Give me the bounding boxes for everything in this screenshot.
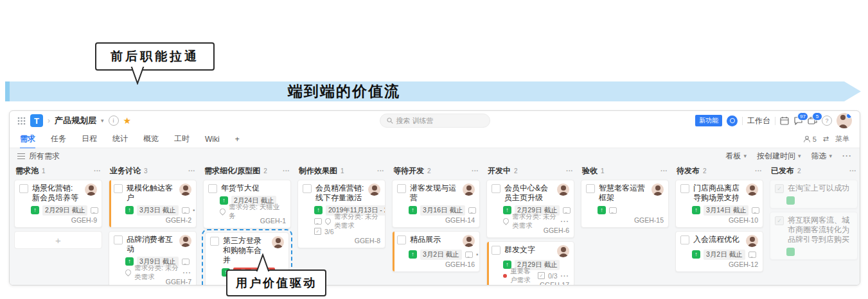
card-meta-row: ↑3月16日 截止 [409,205,475,215]
checkbox[interactable] [680,235,689,244]
tab-日程[interactable]: 日程 [82,133,97,144]
story-card[interactable]: 门店商品离店导购场景支持↑3月14日 截止GGEH-10 [675,180,763,228]
menu-button[interactable]: 菜单 [835,134,849,144]
checkbox[interactable] [397,184,406,193]
story-type-icon: ↑ [598,206,606,214]
filter-select[interactable]: 筛选 ▾ [811,151,832,162]
checkbox[interactable] [19,184,28,193]
member-count: 5 [813,135,817,143]
tag-dot-icon [503,274,507,278]
favorite-star-icon[interactable]: ★ [123,115,132,126]
search-input[interactable]: 搜索 训练营 [380,114,490,128]
column-more-button[interactable]: ··· [660,167,668,175]
checkbox[interactable] [586,184,595,193]
card-title-row: 潜客发现与运营 [397,184,475,203]
assistant-icon[interactable] [727,115,738,126]
card-title: 将互联网客流、城市商圈客流转化为品牌引导到店购买 [788,216,853,244]
view-select[interactable]: 看板 ▾ [725,151,747,162]
messages-button[interactable]: 97 [793,116,803,125]
card-meta-row: ↑2月29日 截止 [31,205,97,215]
column-more-button[interactable]: ··· [283,167,290,175]
comment-icon [91,207,98,214]
checkbox[interactable] [680,184,689,193]
story-card[interactable]: 场景化营销: 新会员培养等↑2月29日 截止GGEH-9 [14,180,102,228]
story-card[interactable]: 会员中心&会员主页升级↑2月29日 截止需求分类: 未分类需求···GGEH-6 [486,180,574,238]
teambition-logo[interactable]: T [30,114,43,127]
card-more-button[interactable]: ··· [561,272,570,280]
add-card-button[interactable]: + [14,231,102,249]
workbench-link[interactable]: 工作台 [747,115,770,126]
card-more-button[interactable]: ··· [193,205,197,216]
story-card[interactable]: 精品展示↑3月2日 截止···GGEH-16 [392,231,480,272]
assignee-avatar [463,184,475,196]
checkbox[interactable] [303,184,312,193]
card-title: 入会流程优化 [693,235,742,244]
checkbox-checked[interactable]: ✓ [775,216,784,225]
column-more-button[interactable]: ··· [94,167,101,175]
story-card[interactable]: 潜客发现与运营↑3月16日 截止GGEH-14 [392,180,480,228]
column-more-button[interactable]: ··· [472,167,479,175]
column-header: 开发中2··· [486,165,575,176]
due-date: 2月29日 截止 [42,205,87,216]
toolbar-more-button[interactable]: ··· [842,151,852,160]
calendar-icon [780,116,789,125]
card-title-row: 会员中心&会员主页升级 [492,184,569,203]
checkbox[interactable] [114,184,123,193]
sort-select[interactable]: 按创建时间 ▾ [757,151,801,162]
checkbox[interactable] [492,184,500,193]
project-name[interactable]: 产品规划层 [55,115,96,126]
story-card[interactable]: 群发文字↑2月29日 截止重要客户需求✓0/3···GGEH-17 [486,241,574,286]
story-card[interactable]: ✓在淘宝上可以成功 [770,180,858,209]
column-more-button[interactable]: ··· [566,167,573,175]
column-more-button[interactable]: ··· [849,167,856,175]
help-icon[interactable]: ? [822,115,832,126]
tab-统计[interactable]: 统计 [112,133,128,144]
inbox-button[interactable]: 5 [808,116,817,125]
assignee-avatar [368,184,380,196]
card-more-button[interactable]: ··· [476,249,480,261]
checkbox[interactable] [210,237,219,246]
card-title-row: 会员精准营销: 线下存量激活 [303,184,380,203]
automation-button[interactable]: ⇄ [823,135,829,143]
tab-+[interactable]: + [235,135,240,144]
info-icon[interactable]: i [109,115,119,126]
apps-grid-icon[interactable] [17,117,26,125]
checkbox[interactable] [492,246,500,255]
calendar-button[interactable] [780,116,789,125]
story-card[interactable]: 智慧老客运营框架↑GGEH-15 [581,180,669,228]
story-type-icon [786,248,795,256]
tab-需求[interactable]: 需求 [20,133,35,144]
column-more-button[interactable]: ··· [188,167,195,175]
column-count: 3 [144,167,148,175]
chevron-down-icon[interactable]: ▾ [101,117,104,124]
board-area: 所有需求 看板 ▾ 按创建时间 ▾ 筛选 ▾ ··· [10,148,860,285]
story-card[interactable]: 年货节大促↑2月24日 截止需求分类: 天猫业务GGEH-1 [203,180,291,228]
chevron-down-icon: ▾ [798,153,801,159]
story-card[interactable]: 规模化触达客户↑3月3日 截止···GGEH-2 [109,180,197,228]
card-meta-row: ↑3月3日 截止··· [125,205,191,215]
tab-任务[interactable]: 任务 [51,133,66,144]
checkbox[interactable] [114,235,123,244]
tab-概览[interactable]: 概览 [143,133,159,144]
tab-工时[interactable]: 工时 [174,133,190,144]
card-more-button[interactable]: ··· [183,269,192,277]
tab-Wiki[interactable]: Wiki [205,135,220,144]
story-card[interactable]: 会员精准营销: 线下存量激活↑2019年11月13日 - 2月27日需求分类: … [297,180,385,248]
checkbox[interactable] [208,184,217,193]
due-date: 3月3日 截止 [137,205,179,216]
members-button[interactable]: 5 [803,135,817,143]
checkbox[interactable] [397,235,406,244]
card-more-button[interactable]: ··· [561,218,570,225]
filter-all-requirements[interactable]: 所有需求 [17,151,60,162]
column-more-button[interactable]: ··· [755,167,762,175]
column-more-button[interactable]: ··· [377,167,384,175]
card-title: 门店商品离店导购场景支持 [693,184,742,203]
story-card[interactable]: 入会流程优化↑3月2日 截止GGEH-12 [675,231,763,272]
category-pin-icon [218,207,227,216]
new-feature-badge[interactable]: 新功能 [695,115,722,126]
story-card[interactable]: 品牌消费者互动↑3月9日 截止需求分类: 未分类需求···GGEH-7 [109,231,197,286]
story-card[interactable]: ✓将互联网客流、城市商圈客流转化为品牌引导到店购买 [770,212,858,260]
checkbox-checked[interactable]: ✓ [775,184,784,193]
card-title: 会员精准营销: 线下存量激活 [315,184,364,203]
user-avatar[interactable] [837,113,852,128]
